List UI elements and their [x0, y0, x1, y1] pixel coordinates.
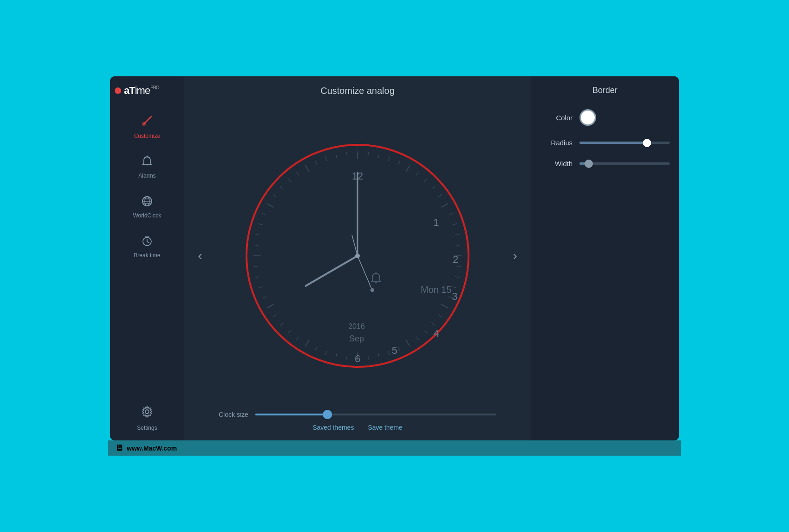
svg-text:3: 3	[452, 291, 457, 302]
width-label: Width	[540, 160, 573, 167]
next-arrow[interactable]: ›	[513, 248, 517, 263]
prev-arrow[interactable]: ‹	[198, 248, 202, 263]
sidebar-item-label-alarms: Alarms	[138, 173, 155, 179]
bottom-controls: Clock size Saved themes Save theme	[193, 411, 522, 433]
monitor-icon: 🖥	[115, 443, 123, 453]
radius-slider-fill	[579, 142, 647, 144]
svg-line-2	[150, 116, 152, 118]
app-window: aTimePRO Customize	[110, 76, 679, 440]
clock-size-row: Clock size	[219, 411, 496, 418]
sidebar-logo: aTimePRO	[110, 86, 184, 96]
svg-point-14	[145, 410, 149, 414]
watermark-text: www.MacW.com	[127, 445, 177, 452]
svg-text:4: 4	[433, 328, 439, 339]
radius-label: Radius	[540, 139, 573, 147]
panel-title: Border	[540, 86, 670, 95]
svg-point-94	[370, 288, 374, 292]
logo-ime: ime	[135, 85, 150, 96]
sidebar: aTimePRO Customize	[110, 76, 184, 440]
sidebar-item-label-customize: Customize	[134, 133, 160, 139]
clock-size-slider-fill	[255, 414, 327, 415]
paintbrush-icon	[141, 115, 154, 130]
radius-slider-thumb[interactable]	[643, 139, 651, 147]
clock-container: 12 1 2 3 3 4 5 6 Mon 15 2016 Sep	[237, 136, 478, 376]
settings-label: Settings	[137, 425, 157, 431]
color-control-row: Color	[540, 109, 670, 126]
page-title: Customize analog	[193, 86, 522, 96]
saved-themes-button[interactable]: Saved themes	[313, 424, 354, 431]
sidebar-item-worldclock[interactable]: WorldClock	[110, 189, 184, 224]
clock-area: ‹	[193, 101, 522, 411]
clock-size-label: Clock size	[219, 411, 248, 418]
radius-control-row: Radius	[540, 139, 670, 147]
svg-text:2016: 2016	[348, 322, 365, 330]
main-content: Customize analog ‹	[184, 76, 531, 440]
svg-text:5: 5	[392, 345, 397, 356]
clock-size-slider-thumb[interactable]	[323, 410, 332, 419]
sidebar-nav: Customize Alarms	[110, 110, 184, 405]
width-control-row: Width	[540, 160, 670, 167]
outer-wrapper: aTimePRO Customize	[99, 67, 690, 465]
logo-text: aTimePRO	[124, 86, 159, 96]
color-swatch[interactable]	[579, 109, 596, 126]
svg-point-1	[142, 122, 146, 126]
clock-svg: 12 1 2 3 3 4 5 6 Mon 15 2016 Sep	[237, 136, 478, 376]
svg-line-13	[147, 241, 149, 243]
sidebar-item-customize[interactable]: Customize	[110, 110, 184, 145]
watermark-bar: 🖥 www.MacW.com	[108, 440, 681, 456]
sidebar-item-alarms[interactable]: Alarms	[110, 149, 184, 185]
gear-icon	[140, 405, 154, 422]
svg-text:2: 2	[453, 254, 458, 265]
logo-a: a	[124, 85, 129, 96]
timer-icon	[141, 235, 154, 249]
svg-text:1: 1	[433, 217, 439, 228]
width-slider-thumb[interactable]	[585, 160, 593, 168]
right-panel: Border Color Radius Width	[531, 76, 679, 440]
sidebar-item-label-breaktime: Break time	[134, 252, 160, 259]
sidebar-item-label-worldclock: WorldClock	[133, 212, 161, 219]
theme-buttons: Saved themes Save theme	[313, 424, 402, 431]
svg-point-93	[355, 254, 360, 258]
svg-text:Mon 15: Mon 15	[421, 285, 452, 295]
svg-text:6: 6	[355, 353, 360, 365]
save-theme-button[interactable]: Save theme	[368, 424, 402, 431]
bell-icon	[141, 155, 154, 170]
logo-pro: PRO	[150, 85, 159, 90]
sidebar-item-settings[interactable]: Settings	[137, 405, 157, 431]
traffic-light-red[interactable]	[115, 87, 121, 94]
logo-time: T	[129, 85, 135, 96]
svg-line-0	[144, 117, 151, 124]
svg-text:Sep: Sep	[349, 334, 364, 343]
clock-size-slider-track[interactable]	[255, 414, 496, 415]
radius-slider-track[interactable]	[579, 142, 670, 144]
width-slider-track[interactable]	[579, 162, 670, 165]
color-label: Color	[540, 114, 573, 122]
sidebar-item-breaktime[interactable]: Break time	[110, 229, 184, 264]
globe-icon	[141, 195, 154, 210]
